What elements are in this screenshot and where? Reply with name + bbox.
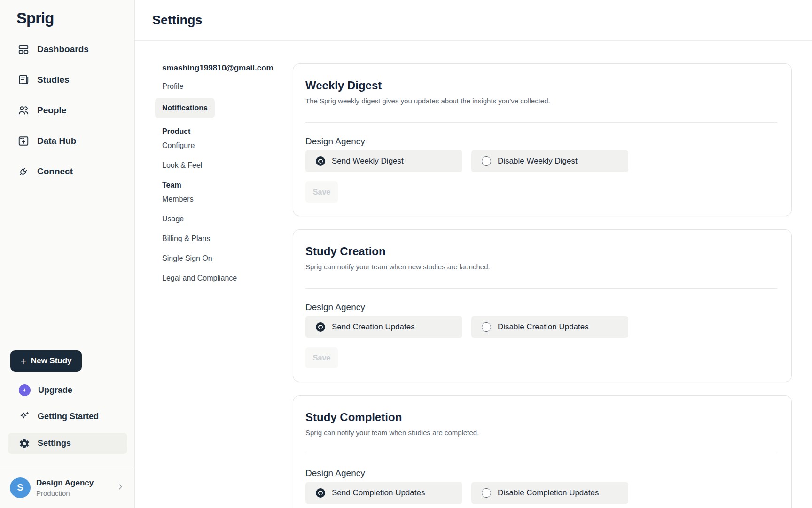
settings-subnav: smashing199810@gmail.com Profile Notific… <box>135 63 293 508</box>
sidebar-item-label: Dashboards <box>37 44 89 55</box>
main-header: Settings <box>135 0 812 41</box>
workspace-label: Design Agency <box>305 136 777 147</box>
workspace-avatar: S <box>10 477 31 498</box>
sidebar-item-getting-started[interactable]: Getting Started <box>0 406 134 427</box>
radio-option-send-weekly-digest[interactable]: Send Weekly Digest <box>305 150 462 172</box>
card-title: Study Completion <box>305 411 777 424</box>
cards-column: Weekly Digest The Sprig weekly digest gi… <box>293 63 792 508</box>
workspace-name: Design Agency <box>36 478 94 488</box>
people-icon <box>17 104 30 117</box>
option-label: Send Completion Updates <box>332 488 425 498</box>
option-label: Disable Weekly Digest <box>498 156 578 166</box>
sidebar-item-label: Studies <box>37 75 70 85</box>
gear-icon <box>19 438 30 449</box>
sidebar-item-label: People <box>37 105 66 116</box>
sidebar-item-studies[interactable]: Studies <box>0 70 134 90</box>
subnav-item-configure[interactable]: Configure <box>162 141 195 150</box>
sidebar-item-label: Connect <box>37 166 73 177</box>
radio-selected-icon[interactable] <box>316 322 325 332</box>
radio-option-disable-weekly-digest[interactable]: Disable Weekly Digest <box>471 150 628 172</box>
sidebar-item-connect[interactable]: Connect <box>0 161 134 182</box>
subnav-item-profile[interactable]: Profile <box>162 80 183 93</box>
option-label: Send Weekly Digest <box>332 156 404 166</box>
subnav-section-title: Team <box>162 181 293 189</box>
radio-option-send-completion-updates[interactable]: Send Completion Updates <box>305 482 462 504</box>
radio-group: Send Completion Updates Disable Completi… <box>305 482 777 504</box>
sidebar-item-people[interactable]: People <box>0 100 134 121</box>
radio-option-disable-completion-updates[interactable]: Disable Completion Updates <box>471 482 628 504</box>
sidebar-item-dashboards[interactable]: Dashboards <box>0 39 134 60</box>
save-button[interactable]: Save <box>305 181 338 203</box>
workspace-label: Design Agency <box>305 302 777 313</box>
subnav-item-single-sign-on[interactable]: Single Sign On <box>162 254 212 263</box>
primary-nav: Dashboards Studies People <box>0 39 134 192</box>
getting-started-label: Getting Started <box>38 412 99 422</box>
subnav-item-legal-compliance[interactable]: Legal and Compliance <box>162 274 237 282</box>
settings-content: smashing199810@gmail.com Profile Notific… <box>135 41 812 508</box>
sparkles-icon <box>19 411 30 422</box>
subnav-item-label: Notifications <box>162 104 208 112</box>
sidebar-item-settings[interactable]: Settings <box>8 433 127 454</box>
lightning-icon <box>19 384 31 396</box>
radio-selected-icon[interactable] <box>316 156 325 166</box>
main-area: Settings smashing199810@gmail.com Profil… <box>135 0 812 508</box>
sidebar-item-upgrade[interactable]: Upgrade <box>0 380 134 400</box>
settings-label: Settings <box>38 438 71 448</box>
radio-group: Send Weekly Digest Disable Weekly Digest <box>305 150 777 172</box>
workspace-label: Design Agency <box>305 468 777 478</box>
subnav-item-notifications[interactable]: Notifications <box>155 98 215 118</box>
option-label: Disable Creation Updates <box>498 322 589 332</box>
radio-group: Send Creation Updates Disable Creation U… <box>305 316 777 338</box>
sidebar-bottom: + New Study Upgrade Getting Started <box>0 350 134 508</box>
radio-unselected-icon[interactable] <box>482 488 491 498</box>
option-label: Disable Completion Updates <box>498 488 599 498</box>
new-study-label: New Study <box>31 356 72 366</box>
upgrade-label: Upgrade <box>38 385 72 395</box>
chevron-right-icon <box>117 483 124 492</box>
option-label: Send Creation Updates <box>332 322 415 332</box>
subnav-item-billing-plans[interactable]: Billing & Plans <box>162 234 210 243</box>
subnav-item-usage[interactable]: Usage <box>162 215 184 223</box>
radio-unselected-icon[interactable] <box>482 322 491 332</box>
account-email: smashing199810@gmail.com <box>162 63 293 73</box>
weekly-digest-card: Weekly Digest The Sprig weekly digest gi… <box>293 63 792 216</box>
sidebar-item-label: Data Hub <box>37 136 76 146</box>
subnav-item-look-and-feel[interactable]: Look & Feel <box>162 161 202 170</box>
plus-icon: + <box>20 356 26 366</box>
page-title: Settings <box>152 13 203 28</box>
workspace-text: Design Agency Production <box>36 478 94 497</box>
workspace-switcher[interactable]: S Design Agency Production <box>0 467 134 508</box>
card-title: Study Creation <box>305 245 777 258</box>
subnav-section-team: Team Members Usage Billing & Plans Singl… <box>162 181 293 282</box>
radio-unselected-icon[interactable] <box>482 156 491 166</box>
study-completion-card: Study Completion Sprig can notify your t… <box>293 395 792 508</box>
data-hub-icon <box>17 135 30 147</box>
subnav-section-product: Product Configure Look & Feel <box>162 127 293 170</box>
subnav-section-title: Product <box>162 127 293 136</box>
workspace-environment: Production <box>36 489 94 497</box>
new-study-button[interactable]: + New Study <box>10 350 82 372</box>
connect-icon <box>17 165 30 178</box>
divider <box>305 454 777 454</box>
study-creation-card: Study Creation Sprig can notify your tea… <box>293 229 792 382</box>
card-description: Sprig can notify your team when studies … <box>305 428 777 438</box>
save-button[interactable]: Save <box>305 347 338 368</box>
app-sidebar: Sprig Dashboards Studies <box>0 0 135 508</box>
sidebar-item-data-hub[interactable]: Data Hub <box>0 131 134 151</box>
subnav-item-members[interactable]: Members <box>162 195 194 203</box>
card-description: Sprig can notify your team when new stud… <box>305 262 777 272</box>
studies-icon <box>17 74 30 86</box>
divider <box>305 122 777 123</box>
divider <box>305 288 777 289</box>
radio-option-disable-creation-updates[interactable]: Disable Creation Updates <box>471 316 628 338</box>
dashboards-icon <box>17 43 30 55</box>
radio-selected-icon[interactable] <box>316 488 325 498</box>
card-title: Weekly Digest <box>305 79 777 92</box>
radio-option-send-creation-updates[interactable]: Send Creation Updates <box>305 316 462 338</box>
sprig-logo: Sprig <box>16 9 134 27</box>
app-root: Sprig Dashboards Studies <box>0 0 812 508</box>
card-description: The Sprig weekly digest gives you update… <box>305 96 777 106</box>
